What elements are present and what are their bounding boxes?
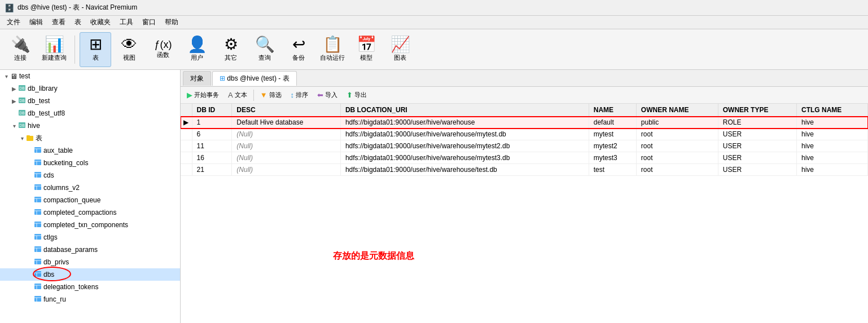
import-action-label: 导入 (325, 91, 337, 99)
tree-item-columns_v2[interactable]: columns_v2 (0, 182, 180, 194)
tab-objects[interactable]: 对象 (183, 71, 211, 86)
table-icon: ⊞ (220, 74, 225, 82)
action-bar: ▶开始事务A文本▼筛选↕排序⬅导入⬆导出 (181, 87, 868, 104)
tree-icon-aux_table (34, 147, 42, 155)
new-query-label: 新建查询 (42, 54, 67, 62)
tree-icon-hive: DB (18, 121, 26, 131)
menu-item-窗口[interactable]: 窗口 (138, 16, 160, 28)
table-row[interactable]: 16(Null)hdfs://bigdata01:9000/user/hive/… (181, 152, 868, 164)
tree-item-db_test[interactable]: ▶DBdb_test (0, 95, 180, 107)
other-label: 其它 (225, 54, 237, 62)
action-btn-filter[interactable]: ▼筛选 (256, 89, 286, 101)
tree-label-db_privs: db_privs (43, 258, 69, 266)
toolbar-btn-user[interactable]: 👤用户 (181, 32, 213, 67)
tree-label-test: test (19, 72, 30, 80)
svg-text:DB: DB (19, 99, 25, 103)
action-btn-export[interactable]: ⬆导出 (343, 89, 371, 101)
table-icon: ⊞ (89, 37, 102, 52)
cell-2-desc: (Null) (232, 140, 341, 152)
tree-icon-cds (34, 171, 42, 180)
col-header-desc[interactable]: DESC (232, 104, 341, 117)
tree-item-aux_table[interactable]: aux_table (0, 144, 180, 157)
tree-icon-test: 🖥 (10, 72, 17, 81)
menu-item-工具[interactable]: 工具 (115, 16, 138, 28)
tree-item-db_test_utf8[interactable]: DBdb_test_utf8 (0, 107, 180, 120)
tree-icon-bucketing_cols (34, 159, 42, 167)
view-label: 视图 (123, 54, 135, 62)
col-header-db_location_uri[interactable]: DB LOCATION_URI (340, 104, 589, 117)
toolbar-btn-chart[interactable]: 📈图表 (384, 32, 416, 67)
tree-item-db_privs[interactable]: db_privs (0, 256, 180, 268)
table-row[interactable]: 6(Null)hdfs://bigdata01:9000/user/hive/w… (181, 129, 868, 140)
action-btn-import[interactable]: ⬅导入 (313, 89, 341, 101)
toolbar-btn-table[interactable]: ⊞表 (80, 32, 111, 67)
tree-item-cds[interactable]: cds (0, 169, 180, 182)
svg-rect-16 (34, 172, 41, 178)
toolbar-btn-query[interactable]: 🔍查询 (249, 32, 280, 67)
model-icon: 📅 (357, 37, 376, 52)
tree-item-tables[interactable]: ▾表 (0, 132, 180, 144)
toolbar-btn-backup[interactable]: ↩备份 (283, 32, 314, 67)
tree-icon-dbs (34, 271, 42, 279)
cell-1-desc: (Null) (232, 129, 341, 140)
cell-0-desc: Default Hive database (232, 117, 341, 129)
export-action-label: 导出 (354, 91, 367, 99)
tree-item-test[interactable]: ▾🖥test (0, 70, 180, 82)
tree-item-completed_txn_components[interactable]: completed_txn_components (0, 219, 180, 231)
tree-item-func_ru[interactable]: func_ru (0, 293, 180, 306)
tree-item-hive[interactable]: ▾DBhive (0, 120, 180, 132)
menu-item-表[interactable]: 表 (70, 16, 86, 28)
svg-text:DB: DB (19, 111, 25, 115)
tree-item-ctlgs[interactable]: ctlgs (0, 231, 180, 244)
tree-item-db_library[interactable]: ▶DBdb_library (0, 82, 180, 95)
toolbar-btn-new-query[interactable]: 📊新建查询 (38, 32, 70, 67)
toolbar: 🔌连接📊新建查询⊞表👁视图ƒ(x)函数👤用户⚙其它🔍查询↩备份📋自动运行📅模型📈… (0, 29, 868, 70)
toolbar-btn-model[interactable]: 📅模型 (350, 32, 382, 67)
cell-3-ctlg_name: hive (797, 152, 868, 164)
user-icon: 👤 (187, 37, 207, 52)
tree-item-compaction_queue[interactable]: compaction_queue (0, 194, 180, 206)
table-row[interactable]: ▶1Default Hive databasehdfs://bigdata01:… (181, 117, 868, 129)
col-header-db_id[interactable]: DB ID (192, 104, 232, 117)
tree-item-completed_compactions[interactable]: completed_compactions (0, 206, 180, 219)
tree-icon-database_params (34, 246, 42, 254)
tree-item-database_params[interactable]: database_params (0, 244, 180, 256)
row-indicator-4 (181, 164, 192, 176)
main-container: ▾🖥test▶DBdb_library▶DBdb_testDBdb_test_u… (0, 70, 868, 323)
col-header-owner_type[interactable]: OWNER TYPE (718, 104, 796, 117)
table-area: DB IDDESCDB LOCATION_URINAMEOWNER NAMEOW… (181, 104, 868, 323)
svg-rect-22 (34, 197, 41, 202)
table-row[interactable]: 11(Null)hdfs://bigdata01:9000/user/hive/… (181, 140, 868, 152)
menu-item-收藏夹[interactable]: 收藏夹 (86, 16, 115, 28)
tree-icon-db_library: DB (18, 84, 26, 94)
menu-item-编辑[interactable]: 编辑 (25, 16, 47, 28)
col-header-ctlg_name[interactable]: CTLG NAME (797, 104, 868, 117)
toolbar-btn-other[interactable]: ⚙其它 (215, 32, 247, 67)
tree-item-delegation_tokens[interactable]: delegation_tokens (0, 281, 180, 293)
svg-rect-10 (34, 147, 41, 153)
cell-3-db_id: 16 (192, 152, 232, 164)
action-btn-start-transaction[interactable]: ▶开始事务 (183, 89, 223, 101)
svg-rect-13 (34, 160, 41, 165)
table-row[interactable]: 21(Null)hdfs://bigdata01:9000/user/hive/… (181, 164, 868, 176)
toolbar-btn-view[interactable]: 👁视图 (113, 32, 145, 67)
toolbar-btn-autorun[interactable]: 📋自动运行 (317, 32, 348, 67)
start-transaction-action-icon: ▶ (187, 91, 192, 99)
toolbar-btn-function[interactable]: ƒ(x)函数 (147, 32, 179, 67)
tree-label-hive: hive (28, 122, 40, 130)
tree-label-columns_v2: columns_v2 (43, 184, 80, 192)
col-header-indicator (181, 104, 192, 117)
tree-item-bucketing_cols[interactable]: bucketing_cols (0, 157, 180, 169)
menu-item-帮助[interactable]: 帮助 (160, 16, 183, 28)
tab-table-view[interactable]: ⊞ dbs @hive (test) - 表 (212, 71, 297, 86)
menu-item-查看[interactable]: 查看 (47, 16, 70, 28)
menu-item-文件[interactable]: 文件 (2, 16, 25, 28)
toolbar-btn-connect[interactable]: 🔌连接 (5, 32, 36, 67)
tree-item-dbs[interactable]: dbs (0, 268, 180, 281)
tree-icon-db_test_utf8: DB (18, 109, 26, 118)
action-btn-sort[interactable]: ↕排序 (287, 89, 313, 101)
action-btn-text[interactable]: A文本 (224, 89, 251, 101)
col-header-owner_name[interactable]: OWNER NAME (636, 104, 718, 117)
col-header-name[interactable]: NAME (589, 104, 636, 117)
cell-0-ctlg_name: hive (797, 117, 868, 129)
